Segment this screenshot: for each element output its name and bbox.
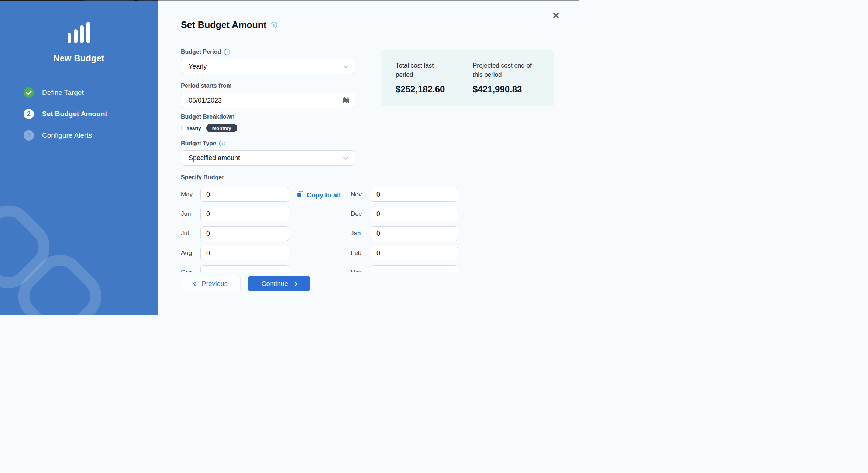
month-amount-input[interactable] <box>371 265 458 272</box>
month-label: Mar <box>351 269 371 272</box>
period-start-date-box <box>181 93 355 108</box>
toggle-option-monthly[interactable]: Monthly <box>206 124 237 132</box>
period-start-date-input[interactable] <box>189 97 348 104</box>
budget-breakdown-field: Budget Breakdown Yearly Monthly <box>181 114 237 132</box>
check-icon <box>24 87 34 98</box>
period-start-field: Period starts from <box>181 83 355 108</box>
budget-month-row: Jul <box>181 226 289 241</box>
budget-period-field: Budget Period i Yearly <box>181 49 355 74</box>
summary-value: $252,182.60 <box>396 84 452 94</box>
budget-type-select[interactable]: Specified amount <box>181 150 355 166</box>
budget-month-row: Aug <box>181 246 289 260</box>
step-number-badge: 2 <box>24 109 34 119</box>
month-label: Jun <box>181 210 200 218</box>
wizard-steps: Define Target 2 Set Budget Amount 3 Conf… <box>24 87 107 141</box>
budget-month-row: Jan <box>351 226 458 241</box>
chevron-down-icon <box>343 155 348 160</box>
projected-cost-this-period: Projected cost end of this period $421,9… <box>462 61 540 94</box>
budget-type-label: Budget Type i <box>181 140 355 147</box>
copy-to-all-label: Copy to all <box>307 191 341 199</box>
month-amount-input[interactable] <box>200 265 289 272</box>
wizard-title: New Budget <box>0 53 158 63</box>
step-label: Configure Alerts <box>42 131 92 139</box>
month-label: Sep <box>181 269 200 272</box>
budget-month-row: Sep <box>181 265 289 272</box>
budget-breakdown-label: Budget Breakdown <box>181 114 237 120</box>
calendar-icon[interactable] <box>342 97 349 106</box>
month-label: Aug <box>181 249 200 257</box>
month-label: Dec <box>351 210 371 218</box>
budget-breakdown-toggle: Yearly Monthly <box>181 124 237 132</box>
month-amount-input[interactable] <box>200 207 289 221</box>
month-column-left: MayJunJulAugSep <box>181 187 289 272</box>
cost-summary-card: Total cost last period $252,182.60 Proje… <box>381 50 554 106</box>
budget-period-select[interactable]: Yearly <box>181 59 355 74</box>
budget-month-row: Feb <box>351 246 458 260</box>
step-label: Set Budget Amount <box>42 110 107 118</box>
month-amount-input[interactable] <box>200 226 289 241</box>
month-label: Feb <box>351 249 371 257</box>
step-configure-alerts[interactable]: 3 Configure Alerts <box>24 130 107 141</box>
step-number-badge: 3 <box>24 130 34 141</box>
month-label: Nov <box>351 191 371 198</box>
month-amount-input[interactable] <box>200 246 289 260</box>
period-start-label: Period starts from <box>181 83 355 89</box>
monthly-budget-grid: MayJunJulAugSep Copy to all NovDecJanFeb… <box>181 187 461 272</box>
modal-content: × Set Budget Amount i Total cost last pe… <box>158 1 579 315</box>
step-define-target[interactable]: Define Target <box>24 87 107 98</box>
month-label: May <box>181 191 200 198</box>
copy-icon <box>297 191 304 200</box>
month-label: Jul <box>181 230 200 237</box>
summary-label: Projected cost end of this period <box>473 61 540 79</box>
step-set-budget-amount[interactable]: 2 Set Budget Amount <box>24 109 107 119</box>
wizard-sidebar: New Budget Define Target 2 Set Budget Am… <box>0 1 158 315</box>
info-icon[interactable]: i <box>271 22 277 28</box>
budget-month-row: Nov <box>351 187 458 202</box>
month-amount-input[interactable] <box>371 226 458 241</box>
previous-button[interactable]: Previous <box>181 276 241 291</box>
close-icon[interactable]: × <box>552 8 560 22</box>
month-amount-input[interactable] <box>371 207 458 221</box>
summary-label: Total cost last period <box>396 61 452 79</box>
wizard-footer: Previous Continue <box>181 276 310 291</box>
budget-period-label: Budget Period i <box>181 49 355 55</box>
bar-chart-logo-icon <box>0 22 158 43</box>
continue-button[interactable]: Continue <box>248 276 310 291</box>
step-label: Define Target <box>42 89 84 97</box>
month-label: Jan <box>351 230 371 237</box>
window-top-edge <box>0 0 579 1</box>
copy-to-all-button[interactable]: Copy to all <box>294 190 343 200</box>
info-icon[interactable]: i <box>224 49 230 55</box>
total-cost-last-period: Total cost last period $252,182.60 <box>396 61 462 94</box>
budget-period-value: Yearly <box>189 63 207 70</box>
info-icon[interactable]: i <box>219 141 225 146</box>
month-amount-input[interactable] <box>371 187 458 202</box>
chevron-right-icon <box>293 282 297 286</box>
month-column-right: NovDecJanFebMar <box>351 187 458 272</box>
page-title-text: Set Budget Amount <box>181 20 266 30</box>
summary-value: $421,990.83 <box>473 84 540 94</box>
month-amount-input[interactable] <box>200 187 289 202</box>
budget-type-value: Specified amount <box>189 154 240 162</box>
chevron-down-icon <box>343 63 348 68</box>
month-amount-input[interactable] <box>371 246 458 260</box>
specify-budget-label: Specify Budget <box>181 174 224 181</box>
budget-month-row: Mar <box>351 265 458 272</box>
budget-month-row: May <box>181 187 289 202</box>
toggle-option-yearly[interactable]: Yearly <box>181 124 206 132</box>
budget-month-row: Jun <box>181 207 289 221</box>
chevron-left-icon <box>193 282 198 286</box>
budget-month-row: Dec <box>351 207 458 221</box>
budget-type-field: Budget Type i Specified amount <box>181 140 355 166</box>
page-title: Set Budget Amount i <box>181 20 277 30</box>
